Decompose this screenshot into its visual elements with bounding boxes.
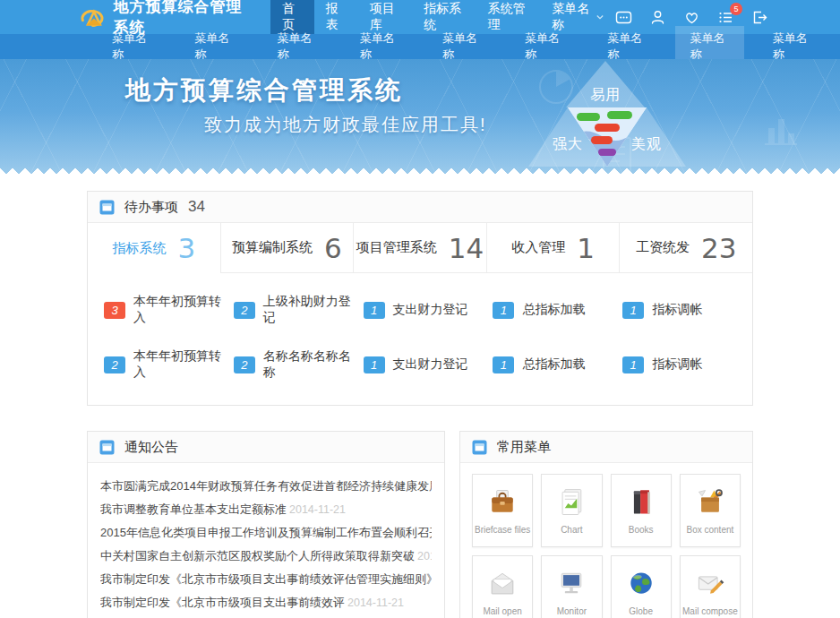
chart-icon (554, 486, 588, 519)
tile-globe[interactable]: Globe (611, 555, 672, 618)
notice-item[interactable]: 我市制定印发《北京市市级项目支出事前绩效评估管理实施细则》2014-11-21 (100, 568, 432, 591)
tile-mail-compose[interactable]: Mail compose (680, 555, 741, 618)
hero-zigzag-edge (0, 166, 840, 176)
message-icon[interactable] (615, 9, 632, 26)
todo-item[interactable]: 1总指标加载 (493, 294, 622, 326)
notification-badge: 5 (730, 3, 742, 15)
mail-compose-icon (693, 568, 727, 600)
heart-icon[interactable] (683, 9, 700, 26)
chevron-down-icon (596, 14, 604, 21)
todo-badge: 3 (104, 302, 125, 319)
tile-mail-open[interactable]: Mail open (472, 555, 533, 618)
todo-tabs: 指标系统3 预算编制系统6 项目管理系统14 收入管理1 工资统发23 (88, 223, 752, 273)
box-content-icon (693, 486, 727, 519)
globe-icon (624, 568, 658, 600)
todo-item[interactable]: 1指标调帐 (622, 348, 752, 381)
notice-card-header: 通知公告 (88, 432, 444, 463)
tile-briefcase-files[interactable]: Briefcase files (472, 474, 533, 547)
tab-project-management[interactable]: 项目管理系统14 (354, 223, 487, 273)
notice-item[interactable]: 本市圆满完成2014年财政预算任务有效促进首都经济持续健康发展2015-01-0… (100, 475, 432, 498)
notice-date: 2014-11-21 (417, 550, 432, 562)
user-icon[interactable] (649, 9, 666, 26)
todo-badge: 1 (493, 356, 514, 373)
todo-item[interactable]: 3本年年初预算转入 (104, 294, 234, 326)
todo-badge: 1 (493, 302, 514, 319)
notice-card: 通知公告 本市圆满完成2014年财政预算任务有效促进首都经济持续健康发展2015… (87, 431, 445, 618)
notice-date: 2014-11-21 (347, 597, 404, 609)
todo-badge: 2 (104, 356, 125, 373)
window-icon (99, 440, 115, 455)
window-icon (472, 440, 487, 455)
tab-salary-distribution[interactable]: 工资统发23 (620, 223, 752, 273)
tab-indicator-system[interactable]: 指标系统3 (88, 223, 221, 273)
briefcase-icon (485, 486, 519, 519)
todo-item[interactable]: 1支出财力登记 (364, 348, 493, 381)
todo-item[interactable]: 2上级补助财力登记 (234, 294, 364, 326)
logout-icon[interactable] (751, 9, 768, 26)
quick-menu-card-header: 常用菜单 (460, 432, 752, 463)
page: 地方预算综合管理系统 首页 报表 项目库 指标系统 系统管理 菜单名称 (0, 0, 840, 618)
notice-header-title: 通知公告 (124, 439, 178, 456)
todo-list-icon[interactable]: 5 (717, 9, 734, 26)
todo-item[interactable]: 1总指标加载 (493, 348, 622, 381)
notice-item[interactable]: 我市制定印发《北京市市级项目支出事前绩效评2014-11-21 (100, 591, 432, 614)
todo-badge: 2 (234, 356, 255, 373)
notice-item[interactable]: 我市调整教育单位基本支出定额标准2014-11-21 (100, 498, 432, 521)
todo-badge: 1 (364, 302, 385, 319)
todo-badge: 2 (234, 302, 255, 319)
lower-row: 通知公告 本市圆满完成2014年财政预算任务有效促进首都经济持续健康发展2015… (87, 431, 753, 618)
main-content: 待办事项 34 指标系统3 预算编制系统6 项目管理系统14 收入管理1 工资统… (87, 191, 753, 618)
tab-budget-compilation[interactable]: 预算编制系统6 (221, 223, 355, 273)
tab-income-management[interactable]: 收入管理1 (487, 223, 621, 273)
notice-date: 2014-11-21 (289, 503, 346, 516)
todo-badge: 1 (364, 356, 385, 373)
tile-box-content[interactable]: Box content (680, 474, 741, 547)
tile-chart[interactable]: Chart (541, 474, 602, 547)
window-icon (99, 200, 115, 215)
todo-card: 待办事项 34 指标系统3 预算编制系统6 项目管理系统14 收入管理1 工资统… (87, 191, 753, 406)
quick-menu-header-title: 常用菜单 (497, 439, 551, 456)
todo-item[interactable]: 1指标调帐 (622, 294, 752, 326)
todo-card-header: 待办事项 34 (88, 192, 752, 223)
books-icon (624, 486, 658, 519)
notice-item[interactable]: 2015年信息化类项目申报工作培训及预算编制工作布置会顺利召开2014-11-2… (100, 521, 432, 545)
mail-open-icon (485, 568, 519, 600)
quick-menu-card: 常用菜单 Briefcase files (459, 431, 753, 618)
todo-item-grid: 3本年年初预算转入 2上级补助财力登记 1支出财力登记 1总指标加载 1指标调帐… (88, 273, 752, 405)
todo-item[interactable]: 2本年年初预算转入 (104, 348, 234, 381)
tile-monitor[interactable]: Monitor (541, 555, 602, 618)
todo-badge: 1 (622, 356, 644, 373)
todo-item[interactable]: 1支出财力登记 (364, 294, 493, 326)
bar-chart-deco-icon (761, 108, 801, 148)
monitor-icon (554, 568, 588, 600)
notice-item[interactable]: 中关村国家自主创新示范区股权奖励个人所得政策取得新突破2014-11-21 (100, 545, 432, 568)
todo-header-title: 待办事项 (124, 199, 178, 216)
quick-menu-tiles: Briefcase files Chart (460, 463, 752, 618)
sub-navbar: 菜单名称 菜单名称 菜单名称 菜单名称 菜单名称 菜单名称 菜单名称 菜单名称 … (0, 34, 840, 59)
hero-banner: 地方预算综合管理系统 致力成为地方财政最佳应用工具! 易用 强大 美观 (0, 59, 840, 176)
hero-subtitle: 致力成为地方财政最佳应用工具! (204, 113, 487, 137)
tile-books[interactable]: Books (611, 474, 672, 547)
todo-badge: 1 (622, 302, 644, 319)
notice-list: 本市圆满完成2014年财政预算任务有效促进首都经济持续健康发展2015-01-0… (88, 463, 444, 618)
todo-header-count: 34 (188, 198, 205, 216)
todo-item[interactable]: 2名称名称名称名称 (234, 348, 364, 381)
hero-title: 地方预算综合管理系统 (125, 73, 403, 107)
pie-chart-deco-icon (536, 66, 577, 107)
top-nav-icons: 5 (615, 9, 840, 26)
